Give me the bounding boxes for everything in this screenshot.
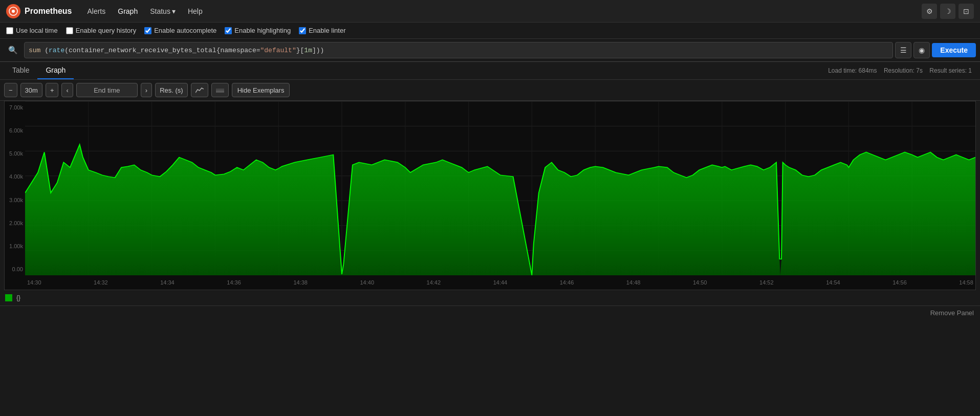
legend-color-swatch [5, 294, 12, 301]
x-label-1436: 14:36 [227, 279, 241, 286]
format-button[interactable]: ☰ [895, 42, 911, 58]
x-axis: 14:30 14:32 14:34 14:36 14:38 14:40 14:4… [25, 275, 975, 290]
brand: Prometheus [6, 4, 72, 18]
metrics-explorer-button[interactable]: ◉ [913, 42, 930, 58]
range-label: 30m [20, 83, 42, 97]
x-label-1442: 14:42 [427, 279, 441, 286]
chart-inner: 7.00k 6.00k 5.00k 4.00k 3.00k 2.00k 1.00… [5, 101, 975, 290]
line-chart-icon [195, 86, 204, 94]
use-local-time-label[interactable]: Use local time [6, 27, 58, 34]
stacked-chart-icon [216, 86, 224, 94]
use-local-time-text: Use local time [16, 27, 58, 34]
y-label-0: 0.00 [7, 266, 23, 272]
next-time-button[interactable]: › [141, 83, 152, 97]
dropdown-arrow-icon: ▾ [172, 7, 176, 15]
x-label-1452: 14:52 [759, 279, 774, 286]
execute-button[interactable]: Execute [932, 43, 976, 57]
tabs-row: Table Graph Load time: 684ms Resolution:… [0, 62, 980, 80]
legend-label: {} [16, 294, 20, 301]
prometheus-logo [6, 4, 20, 18]
nav-help[interactable]: Help [183, 5, 208, 17]
use-local-time-checkbox[interactable] [6, 27, 13, 34]
enable-highlighting-label[interactable]: Enable highlighting [225, 27, 291, 34]
query-input-wrapper[interactable]: sum (rate(container_network_receive_byte… [24, 42, 893, 58]
y-label-1k: 1.00k [7, 243, 23, 249]
brand-name: Prometheus [25, 7, 72, 16]
classic-button[interactable]: ⊡ [959, 4, 974, 19]
x-label-1450: 14:50 [693, 279, 707, 286]
hide-exemplars-button[interactable]: Hide Exemplars [232, 83, 290, 97]
enable-linter-text: Enable linter [309, 27, 345, 34]
chart-svg [25, 101, 975, 275]
tab-meta: Load time: 684ms Resolution: 7s Result s… [828, 67, 976, 74]
enable-autocomplete-text: Enable autocomplete [154, 27, 216, 34]
options-bar: Use local time Enable query history Enab… [0, 23, 980, 39]
enable-query-history-label[interactable]: Enable query history [66, 27, 137, 34]
y-label-6k: 6.00k [7, 127, 23, 134]
query-bar-actions: ☰ ◉ Execute [895, 42, 976, 58]
theme-button[interactable]: ☽ [940, 4, 955, 19]
remove-panel-button[interactable]: Remove Panel [930, 309, 974, 317]
y-label-4k: 4.00k [7, 173, 23, 180]
settings-button[interactable]: ⚙ [922, 4, 937, 19]
chart-container: 7.00k 6.00k 5.00k 4.00k 3.00k 2.00k 1.00… [4, 101, 976, 290]
enable-linter-label[interactable]: Enable linter [299, 27, 345, 34]
search-icon-button[interactable]: 🔍 [4, 42, 22, 58]
tab-graph[interactable]: Graph [37, 62, 74, 79]
navbar: Prometheus Alerts Graph Status ▾ Help ⚙ … [0, 0, 980, 23]
x-label-1438: 14:38 [293, 279, 308, 286]
x-label-1448: 14:48 [626, 279, 641, 286]
nav-graph[interactable]: Graph [113, 5, 143, 17]
enable-highlighting-checkbox[interactable] [225, 27, 232, 34]
enable-highlighting-text: Enable highlighting [234, 27, 291, 34]
enable-query-history-text: Enable query history [76, 27, 137, 34]
nav-status[interactable]: Status ▾ [145, 5, 181, 17]
x-label-1454: 14:54 [826, 279, 840, 286]
prev-time-button[interactable]: ‹ [61, 83, 73, 97]
x-label-1458: 14:58 [959, 279, 973, 286]
svg-point-1 [12, 10, 15, 13]
y-label-7k: 7.00k [7, 104, 23, 111]
load-time: Load time: 684ms [828, 67, 877, 74]
graph-controls: − 30m + ‹ End time › Res. (s) Hide Exemp… [0, 80, 980, 101]
x-label-1432: 14:32 [94, 279, 108, 286]
x-label-1444: 14:44 [493, 279, 508, 286]
x-label-1456: 14:56 [892, 279, 907, 286]
x-label-1440: 14:40 [360, 279, 374, 286]
enable-autocomplete-label[interactable]: Enable autocomplete [144, 27, 216, 34]
range-minus-button[interactable]: − [4, 83, 17, 97]
query-display: sum (rate(container_network_receive_byte… [29, 47, 324, 54]
query-bar: 🔍 sum (rate(container_network_receive_by… [0, 39, 980, 62]
range-plus-button[interactable]: + [46, 83, 59, 97]
line-chart-icon-button[interactable] [191, 83, 208, 97]
y-label-3k: 3.00k [7, 197, 23, 203]
tab-table[interactable]: Table [4, 62, 37, 79]
enable-query-history-checkbox[interactable] [66, 27, 73, 34]
stacked-chart-icon-button[interactable] [211, 83, 229, 97]
x-label-1430: 14:30 [27, 279, 41, 286]
footer: Remove Panel [0, 305, 980, 320]
x-label-1434: 14:34 [160, 279, 175, 286]
navbar-right: ⚙ ☽ ⊡ [922, 4, 974, 19]
nav-alerts[interactable]: Alerts [82, 5, 111, 17]
chart-plot [25, 101, 975, 275]
y-label-2k: 2.00k [7, 220, 23, 226]
y-label-5k: 5.00k [7, 150, 23, 157]
enable-autocomplete-checkbox[interactable] [144, 27, 151, 34]
x-label-1446: 14:46 [560, 279, 574, 286]
res-label: Res. (s) [155, 83, 188, 97]
nav-links: Alerts Graph Status ▾ Help [82, 5, 922, 17]
svg-marker-26 [25, 145, 975, 275]
result-series: Result series: 1 [929, 67, 972, 74]
enable-linter-checkbox[interactable] [299, 27, 306, 34]
svg-rect-3 [216, 89, 224, 91]
legend: {} [0, 290, 980, 305]
resolution: Resolution: 7s [884, 67, 923, 74]
svg-rect-2 [216, 91, 224, 93]
y-axis: 7.00k 6.00k 5.00k 4.00k 3.00k 2.00k 1.00… [5, 101, 25, 275]
end-time-display[interactable]: End time [76, 83, 138, 97]
